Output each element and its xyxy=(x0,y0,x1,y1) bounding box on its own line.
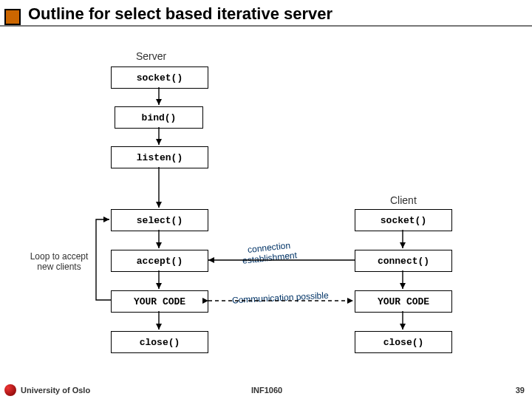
client-yourcode-box: YOUR CODE xyxy=(355,290,452,313)
logo-icon xyxy=(4,384,16,396)
footer-course: INF1060 xyxy=(251,386,282,395)
server-close-box: close() xyxy=(111,331,208,353)
client-close-box: close() xyxy=(355,331,452,353)
server-socket-box: socket() xyxy=(111,66,208,89)
title-bar: Outline for select based iterative serve… xyxy=(0,4,532,30)
server-listen-box: listen() xyxy=(111,146,208,168)
server-bind-box: bind() xyxy=(115,106,203,129)
client-heading: Client xyxy=(390,194,417,206)
server-yourcode-box: YOUR CODE xyxy=(111,290,208,313)
arrows-layer xyxy=(0,0,532,399)
slide: Outline for select based iterative serve… xyxy=(0,0,532,399)
title-underline xyxy=(0,25,532,27)
footer-org: University of Oslo xyxy=(21,386,90,395)
title-bullet-icon xyxy=(4,9,21,25)
footer-page: 39 xyxy=(516,386,525,395)
page-title: Outline for select based iterative serve… xyxy=(28,4,332,24)
client-connect-box: connect() xyxy=(355,250,452,272)
server-heading: Server xyxy=(136,50,166,62)
server-accept-box: accept() xyxy=(111,250,208,272)
comm-annotation: Communication possible xyxy=(232,290,329,306)
client-socket-box: socket() xyxy=(355,209,452,231)
loop-annotation: Loop to accept new clients xyxy=(22,251,96,272)
server-select-box: select() xyxy=(111,209,208,231)
